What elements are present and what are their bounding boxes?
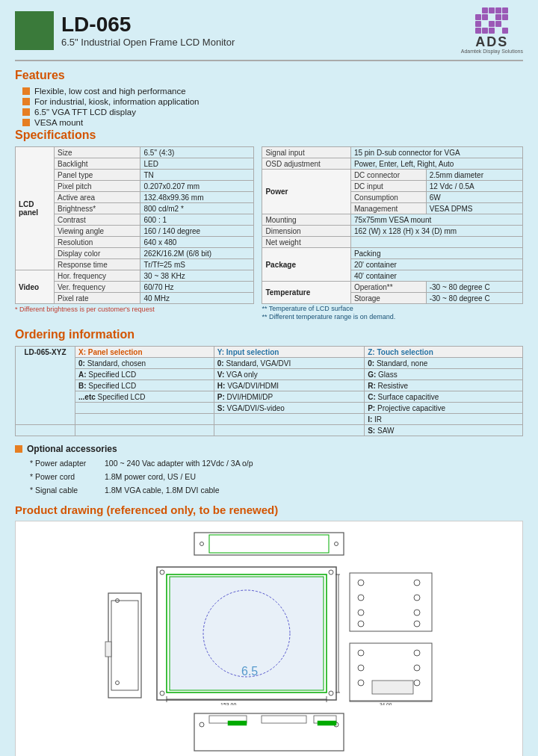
- spec-label: Viewing angle: [55, 226, 140, 237]
- feature-item-4: VESA mount: [22, 118, 523, 127]
- ordering-section: Ordering information LD-065-XYZ X: Panel…: [15, 328, 523, 436]
- spec-value: [350, 237, 522, 248]
- order-cell: G: Glass: [365, 369, 523, 380]
- temp-note-2: ** Different temperature range is on dem…: [262, 313, 523, 320]
- header-divider: [15, 60, 523, 61]
- drawing-top-view: [187, 529, 351, 559]
- order-cell: H: VGA/DVI/HDMI: [214, 380, 364, 391]
- svg-rect-48: [262, 716, 306, 723]
- acc-item-1: * Power adapter 100 ~ 240 Vac adapter wi…: [30, 457, 523, 471]
- spec-value: 600 : 1: [140, 214, 254, 226]
- table-row: Net weight: [262, 237, 523, 248]
- col-z-head: Z: Touch selection: [365, 347, 523, 358]
- svg-rect-53: [318, 721, 336, 725]
- table-row: Video Hor. frequency 30 ~ 38 KHz: [16, 270, 254, 282]
- spec-label: Net weight: [262, 237, 350, 248]
- specs-right: Signal input 15 pin D-sub connector for …: [262, 146, 523, 320]
- product-logo-box: [15, 11, 54, 50]
- order-cell: B: Specified LCD: [75, 380, 214, 391]
- spec-label: Mounting: [262, 214, 350, 226]
- spec-label: Consumption: [350, 192, 426, 203]
- spec-value: 132.48x99.36 mm: [140, 192, 254, 203]
- product-drawing-section: Product drawing (referenced only, to be …: [15, 504, 523, 756]
- specs-left: LCD panel Size 6.5" (4:3) Backlight LED …: [15, 146, 254, 320]
- order-cell: 0: Standard, none: [365, 358, 523, 369]
- drawing-right-1: [346, 569, 436, 635]
- video-label: Video: [16, 270, 55, 304]
- table-row: B: Specified LCD H: VGA/DVI/HDMI R: Resi…: [16, 380, 523, 391]
- spec-value: -30 ~ 80 degree C: [426, 282, 522, 293]
- spec-label: DC connector: [350, 170, 426, 181]
- order-cell: [75, 414, 214, 425]
- accessories-title: Optional accessories: [15, 444, 523, 454]
- model-subtitle: 6.5" Industrial Open Frame LCD Monitor: [61, 37, 235, 48]
- spec-label: Panel type: [55, 170, 140, 181]
- spec-value: 12 Vdc / 0.5A: [426, 181, 522, 192]
- spec-value: TN: [140, 170, 254, 181]
- specifications-section: Specifications LCD panel Size 6.5" (4:3)…: [15, 128, 523, 320]
- features-section: Features Flexible, low cost and high per…: [15, 69, 523, 127]
- power-label: Power: [262, 170, 350, 214]
- ordering-model: LD-065-XYZ: [16, 347, 75, 425]
- specs-tables: LCD panel Size 6.5" (4:3) Backlight LED …: [15, 146, 523, 320]
- spec-value: 800 cd/m2 *: [140, 203, 254, 214]
- spec-value: 75x75mm VESA mount: [350, 214, 522, 226]
- acc-item-2: * Power cord 1.8M power cord, US / EU: [30, 471, 523, 484]
- spec-label: Contrast: [55, 214, 140, 226]
- spec-value: 20' container: [350, 259, 522, 270]
- table-row: Package Packing: [262, 248, 523, 259]
- drawing-right-2: 34.00: [346, 639, 436, 705]
- order-cell: R: Resistive: [365, 380, 523, 391]
- bullet-icon: [22, 98, 30, 105]
- drawing-area: 6.5 153.00 123.00 114.00: [15, 521, 523, 756]
- ads-sub-text: Adamtek Display Solutions: [461, 49, 523, 54]
- bullet-icon: [22, 87, 30, 95]
- spec-label: Pixel pitch: [55, 181, 140, 192]
- order-cell: C: Surface capacitive: [365, 391, 523, 403]
- svg-rect-52: [228, 721, 247, 725]
- order-cell: 0: Standard, chosen: [75, 358, 214, 369]
- spec-value: Tr/Tf=25 mS: [140, 259, 254, 270]
- spec-label: Dimension: [262, 226, 350, 237]
- drawing-bottom-view: [187, 710, 351, 755]
- spec-value: 40' container: [350, 270, 522, 282]
- spec-label: Active area: [55, 192, 140, 203]
- page-header: LD-065 6.5" Industrial Open Frame LCD Mo…: [15, 7, 523, 54]
- table-row: ...etc Specified LCD P: DVI/HDMI/DP C: S…: [16, 391, 523, 403]
- spec-label: Operation**: [350, 282, 426, 293]
- svg-rect-43: [372, 681, 413, 694]
- order-cell: [75, 425, 214, 436]
- drawing-middle-row: 6.5 153.00 123.00 114.00: [102, 563, 436, 705]
- spec-value: 640 x 480: [140, 237, 254, 248]
- order-cell: ...etc Specified LCD: [75, 391, 214, 403]
- bullet-icon: [22, 108, 30, 116]
- spec-value: VESA DPMS: [426, 203, 522, 214]
- lcd-panel-label: LCD panel: [16, 147, 55, 270]
- spec-label: Management: [350, 203, 426, 214]
- table-row: LD-065-XYZ X: Panel selection Y: Input s…: [16, 347, 523, 358]
- temperature-label: Temperature: [262, 282, 350, 304]
- ordering-table: LD-065-XYZ X: Panel selection Y: Input s…: [15, 346, 523, 436]
- accessories-section: Optional accessories * Power adapter 100…: [15, 444, 523, 498]
- table-row: S: SAW: [16, 425, 523, 436]
- table-row: Signal input 15 pin D-sub connector for …: [262, 147, 523, 158]
- table-row: Power DC connector 2.5mm diameter: [262, 170, 523, 181]
- spec-value: Packing: [350, 248, 522, 259]
- drawing-left-side: [102, 586, 147, 705]
- table-row: Temperature Operation** -30 ~ 80 degree …: [262, 282, 523, 293]
- spec-label: Hor. frequency: [55, 270, 140, 282]
- table-row: I: IR: [16, 414, 523, 425]
- order-cell: 0: Standard, VGA/DVI: [214, 358, 364, 369]
- drawing-front-view: 6.5 153.00 123.00 114.00: [153, 563, 340, 705]
- ads-logo: ADS Adamtek Display Solutions: [461, 7, 523, 54]
- drawing-right-panel: 34.00: [346, 569, 436, 705]
- ads-brand-text: ADS: [475, 35, 508, 49]
- table-row: Mounting 75x75mm VESA mount: [262, 214, 523, 226]
- order-cell: S: VGA/DVI/S-video: [214, 403, 364, 414]
- feature-item-3: 6.5" VGA TFT LCD display: [22, 108, 523, 117]
- feature-item-1: Flexible, low cost and high performance: [22, 87, 523, 96]
- spec-value: 162 (W) x 128 (H) x 34 (D) mm: [350, 226, 522, 237]
- spec-value: 30 ~ 38 KHz: [140, 270, 254, 282]
- specifications-title: Specifications: [15, 128, 523, 142]
- acc-item-3: * Signal cable 1.8M VGA cable, 1.8M DVI …: [30, 484, 523, 498]
